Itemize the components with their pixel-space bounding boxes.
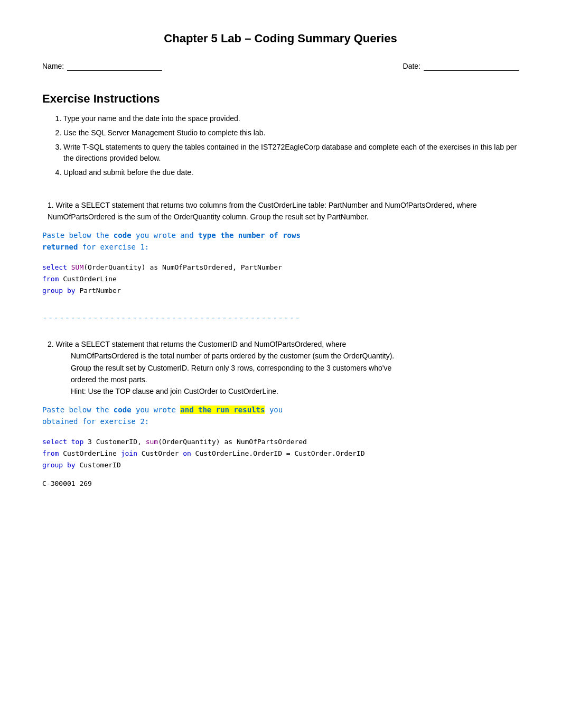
kw-group-2: group — [42, 461, 63, 469]
page-title: Chapter 5 Lab – Coding Summary Queries — [42, 32, 519, 45]
exercise1-code-line1: select SUM(OrderQuantity) as NumOfPartsO… — [42, 262, 519, 273]
exercise2-code-line2: from CustOrderLine join CustOrder on Cus… — [42, 448, 519, 459]
exercise1-number: 1. — [48, 201, 54, 209]
code2-text-b: 3 CustomerID, — [83, 438, 145, 446]
code-text-1c: CustOrderLine — [59, 275, 117, 283]
paste-text-1b: you wrote and — [132, 231, 198, 239]
kw-sum-1: SUM — [71, 263, 83, 271]
exercise2-q-line1: Write a SELECT statement that returns th… — [56, 340, 347, 348]
exercise2-code-line3: group by CustomerID — [42, 459, 519, 471]
kw-select-1: select — [42, 263, 67, 271]
exercise1-question: 1. Write a SELECT statement that returns… — [48, 199, 519, 223]
paste2-text-a: Paste below the — [42, 406, 114, 414]
name-date-row: Name: Date: — [42, 61, 519, 71]
paste2-run-bold: and the run results — [180, 406, 265, 414]
paste2-code-bold: code — [114, 406, 132, 414]
code-text-1b: (OrderQuantity) as NumOfPartsOrdered, Pa… — [83, 263, 282, 271]
code2-text-e: CustOrder — [137, 449, 183, 457]
kw-by-1: by — [67, 287, 76, 294]
kw-sum-2: sum — [146, 438, 158, 446]
date-field: Date: — [403, 61, 519, 71]
exercise1-code-line2: from CustOrderLine — [42, 273, 519, 285]
exercise1-code-line3: group by PartNumber — [42, 285, 519, 297]
kw-from-1: from — [42, 275, 59, 283]
instruction-item-2: Use the SQL Server Management Studio to … — [63, 127, 519, 139]
kw-join-2: join — [121, 449, 137, 457]
kw-from-2: from — [42, 449, 59, 457]
paste-code-bold-1: code — [114, 231, 132, 239]
code2-text-g: CustomerID — [76, 461, 121, 469]
exercise2-q-line4: ordered the most parts. — [71, 375, 147, 384]
date-input-line[interactable] — [424, 61, 519, 71]
exercise2-code-line1: select top 3 CustomerID, sum(OrderQuanti… — [42, 436, 519, 448]
exercise-instructions-title: Exercise Instructions — [42, 92, 519, 106]
instruction-item-4: Upload and submit before the due date. — [63, 167, 519, 178]
kw-group-1: group — [42, 287, 63, 294]
kw-by-2: by — [67, 461, 76, 469]
exercise1-block: 1. Write a SELECT statement that returns… — [42, 199, 519, 297]
exercise2-number: 2. — [48, 340, 54, 348]
name-field: Name: — [42, 61, 162, 71]
divider: ----------------------------------------… — [42, 312, 519, 322]
instruction-item-3: Write T-SQL statements to query the tabl… — [63, 142, 519, 164]
exercise2-paste-instruction: Paste below the code you wrote and the r… — [42, 404, 519, 428]
kw-on-2: on — [183, 449, 191, 457]
code2-space-1 — [63, 461, 67, 469]
exercise1-question-text: Write a SELECT statement that returns tw… — [48, 201, 477, 221]
exercise2-code: select top 3 CustomerID, sum(OrderQuanti… — [42, 436, 519, 471]
code2-text-c: (OrderQuantity) as NumOfPartsOrdered — [158, 438, 307, 446]
paste2-text-b: you wrote — [132, 406, 181, 414]
exercise2-q-line3: Group the result set by CustomerID. Retu… — [71, 364, 391, 372]
paste-text-1c: for exercise 1: — [78, 243, 149, 251]
kw-select-2: select — [42, 438, 67, 446]
exercise2-question: 2. Write a SELECT statement that returns… — [48, 338, 519, 398]
code2-text-d: CustOrderLine — [59, 449, 120, 457]
name-label: Name: — [42, 62, 64, 70]
date-label: Date: — [403, 62, 420, 70]
instruction-item-1: Type your name and the date into the spa… — [63, 113, 519, 124]
code-text-1d: PartNumber — [76, 287, 121, 294]
exercise1-paste-instruction: Paste below the code you wrote and type … — [42, 229, 519, 253]
exercise2-q-line2: NumOfPartsOrdered is the total number of… — [71, 352, 394, 360]
code2-text-f: CustOrderLine.OrderID = CustOrder.OrderI… — [191, 449, 365, 457]
instructions-list: Type your name and the date into the spa… — [63, 113, 519, 178]
exercise2-result: C-300001 269 — [42, 480, 519, 487]
paste-text-1a: Paste below the — [42, 231, 114, 239]
name-input-line[interactable] — [67, 61, 162, 71]
exercise2-block: 2. Write a SELECT statement that returns… — [42, 338, 519, 487]
kw-top-2: top — [71, 438, 83, 446]
exercise-instructions-section: Exercise Instructions Type your name and… — [42, 92, 519, 178]
exercise2-q-hint: Hint: Use the TOP clause and join CustOr… — [71, 387, 278, 395]
code-space-1 — [63, 287, 67, 294]
exercise1-code: select SUM(OrderQuantity) as NumOfPartsO… — [42, 262, 519, 297]
